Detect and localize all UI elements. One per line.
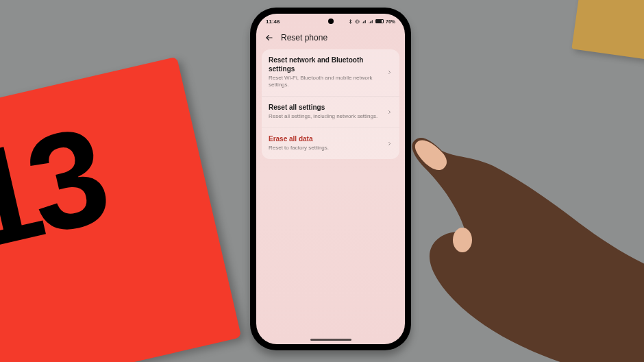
row-reset-all-title: Reset all settings <box>269 104 378 112</box>
status-time: 11:46 <box>266 19 280 25</box>
front-camera <box>328 19 334 24</box>
chevron-right-icon <box>386 141 393 147</box>
vibrate-icon <box>355 19 360 24</box>
phone-screen: 11:46 76% Reset phone Reset network and … <box>256 14 405 344</box>
page-title: Reset phone <box>281 33 327 43</box>
status-icons: 76% <box>348 19 395 24</box>
svg-point-1 <box>453 228 472 252</box>
phone-device: 11:46 76% Reset phone Reset network and … <box>250 8 411 350</box>
back-icon[interactable] <box>264 33 274 43</box>
row-reset-network-sub: Reset Wi-Fi, Bluetooth and mobile networ… <box>269 75 378 89</box>
row-erase-all-title: Erase all data <box>269 135 378 144</box>
product-box: 13 <box>0 57 241 362</box>
row-erase-all[interactable]: Erase all data Reset to factory settings… <box>262 128 399 159</box>
svg-rect-0 <box>356 20 358 23</box>
row-erase-all-sub: Reset to factory settings. <box>269 145 378 152</box>
signal2-icon <box>369 19 373 24</box>
hand-silhouette <box>394 103 644 362</box>
settings-card: Reset network and Bluetooth settings Res… <box>262 49 399 159</box>
row-reset-network[interactable]: Reset network and Bluetooth settings Res… <box>262 49 399 96</box>
home-indicator[interactable] <box>310 339 351 341</box>
row-reset-all[interactable]: Reset all settings Reset all settings, i… <box>262 96 399 128</box>
battery-percent: 76% <box>386 19 395 24</box>
bluetooth-icon <box>348 19 353 24</box>
wooden-block <box>571 0 644 60</box>
row-reset-network-title: Reset network and Bluetooth settings <box>269 56 378 73</box>
channel-badge <box>592 337 625 355</box>
battery-icon <box>375 19 384 23</box>
chevron-right-icon <box>386 109 393 115</box>
signal-icon <box>362 19 367 24</box>
product-box-label: 13 <box>0 117 110 261</box>
page-header: Reset phone <box>256 29 405 49</box>
row-reset-all-sub: Reset all settings, including network se… <box>269 113 378 120</box>
chevron-right-icon <box>386 69 393 75</box>
